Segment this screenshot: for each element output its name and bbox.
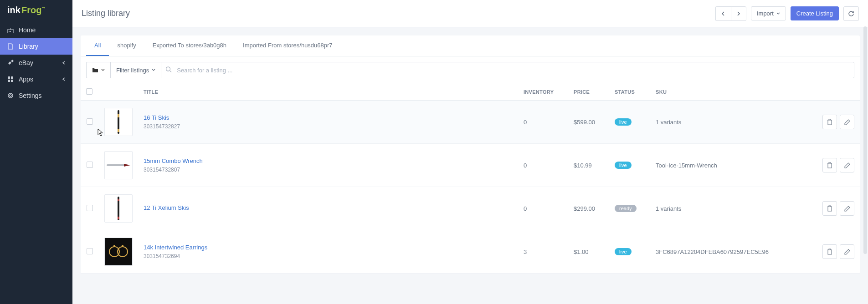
dashboard-icon — [7, 26, 14, 34]
delete-button[interactable] — [822, 201, 837, 216]
scrollbar[interactable] — [863, 26, 867, 304]
sku-cell: 1 variants — [650, 187, 814, 230]
row-checkbox[interactable] — [87, 248, 93, 254]
chevron-left-icon — [62, 59, 66, 66]
import-label: Import — [757, 10, 774, 17]
chevron-right-icon — [737, 11, 740, 16]
status-badge: live — [615, 248, 632, 255]
pencil-icon — [844, 206, 850, 212]
table-row[interactable]: 16 Ti Skis 303154732827 0 $599.00 live 1… — [81, 101, 860, 144]
refresh-icon — [848, 10, 854, 17]
svg-rect-8 — [11, 76, 13, 79]
create-listing-button[interactable]: Create Listing — [791, 6, 839, 20]
trash-icon — [827, 248, 832, 255]
scrollbar-thumb[interactable] — [863, 26, 867, 254]
row-checkbox[interactable] — [87, 162, 93, 168]
col-sku[interactable]: SKU — [650, 84, 814, 101]
listing-title-link[interactable]: 14k Intertwined Earrings — [144, 244, 513, 251]
header: Listing library Import Create Listing — [72, 0, 868, 27]
import-button[interactable]: Import — [751, 6, 786, 20]
table-row[interactable]: 12 Ti Xelium Skis 0 $299.00 ready 1 vari… — [81, 187, 860, 230]
folder-icon — [92, 67, 98, 73]
filter-label: Filter listings — [116, 67, 149, 74]
edit-button[interactable] — [840, 244, 854, 259]
listing-title-link[interactable]: 12 Ti Xelium Skis — [144, 204, 513, 211]
product-thumbnail[interactable] — [104, 151, 133, 179]
listings-table: TITLE INVENTORY PRICE STATUS SKU — [81, 84, 860, 274]
pencil-icon — [844, 162, 850, 168]
svg-rect-15 — [118, 114, 119, 117]
panel: All shopify Exported To stores/3ab0g8h I… — [81, 35, 860, 274]
sidebar: ink Frog Home Library eBay Apps — [0, 0, 72, 304]
chevron-left-icon — [721, 11, 725, 16]
svg-rect-7 — [8, 76, 10, 79]
gear-icon — [7, 92, 14, 99]
filter-listings-button[interactable]: Filter listings — [110, 62, 161, 78]
hammer-icon — [7, 59, 14, 66]
delete-button[interactable] — [822, 244, 837, 259]
sidebar-item-home[interactable]: Home — [0, 22, 72, 38]
logo[interactable]: ink Frog — [0, 0, 72, 22]
trash-icon — [827, 119, 832, 125]
edit-button[interactable] — [840, 158, 854, 172]
tab-exported[interactable]: Exported To stores/3ab0g8h — [144, 35, 235, 56]
row-checkbox[interactable] — [87, 205, 93, 211]
svg-point-13 — [166, 67, 170, 71]
status-badge: live — [615, 162, 632, 169]
price-cell: $599.00 — [568, 101, 609, 144]
product-thumbnail[interactable] — [104, 238, 133, 266]
edit-button[interactable] — [840, 115, 854, 129]
pencil-icon — [844, 119, 850, 125]
status-badge: live — [615, 118, 632, 126]
tab-shopify[interactable]: shopify — [109, 35, 144, 56]
tab-all[interactable]: All — [86, 35, 109, 56]
delete-button[interactable] — [822, 158, 837, 172]
caret-down-icon — [152, 69, 155, 71]
edit-button[interactable] — [840, 201, 854, 216]
trash-icon — [827, 162, 832, 168]
sidebar-item-library[interactable]: Library — [0, 38, 72, 55]
sku-cell: 3FC6897A12204DFEBA60792597EC5E96 — [650, 230, 814, 274]
main: Listing library Import Create Listing — [72, 0, 868, 304]
sidebar-item-settings[interactable]: Settings — [0, 87, 72, 104]
col-inventory[interactable]: INVENTORY — [518, 84, 568, 101]
select-all-checkbox[interactable] — [86, 88, 92, 95]
inventory-cell: 0 — [518, 187, 568, 230]
svg-point-23 — [113, 245, 115, 247]
trash-icon — [827, 205, 832, 212]
delete-button[interactable] — [822, 115, 837, 129]
sidebar-item-label: Home — [19, 26, 36, 34]
next-button[interactable] — [731, 6, 746, 21]
col-price[interactable]: PRICE — [568, 84, 609, 101]
tab-imported[interactable]: Imported From stores/husdu68pr7 — [235, 35, 341, 56]
row-checkbox[interactable] — [87, 118, 93, 125]
sidebar-item-label: Settings — [19, 92, 42, 99]
product-thumbnail[interactable] — [104, 108, 133, 136]
col-title[interactable]: TITLE — [138, 84, 518, 101]
inventory-cell: 0 — [518, 101, 568, 144]
svg-text:ink: ink — [7, 5, 21, 15]
caret-down-icon — [101, 69, 105, 71]
sidebar-item-ebay[interactable]: eBay — [0, 55, 72, 71]
price-cell: $299.00 — [568, 187, 609, 230]
sidebar-item-label: eBay — [19, 59, 33, 66]
svg-point-12 — [10, 95, 11, 96]
folder-button[interactable] — [86, 62, 110, 78]
listing-title-link[interactable]: 15mm Combo Wrench — [144, 157, 513, 164]
prev-button[interactable] — [715, 6, 731, 21]
sku-cell: 1 variants — [650, 101, 814, 144]
listing-title-link[interactable]: 16 Ti Skis — [144, 114, 513, 121]
pager-group — [715, 6, 746, 21]
content: All shopify Exported To stores/3ab0g8h I… — [72, 27, 868, 304]
refresh-button[interactable] — [843, 6, 859, 21]
search-input[interactable] — [161, 62, 854, 78]
price-cell: $10.99 — [568, 144, 609, 187]
sidebar-item-label: Apps — [19, 76, 33, 83]
col-status[interactable]: STATUS — [609, 84, 650, 101]
inventory-cell: 3 — [518, 230, 568, 274]
table-row[interactable]: 15mm Combo Wrench 303154732807 0 $10.99 … — [81, 144, 860, 187]
sidebar-item-apps[interactable]: Apps — [0, 71, 72, 87]
table-row[interactable]: 14k Intertwined Earrings 303154732694 3 … — [81, 230, 860, 274]
product-thumbnail[interactable] — [104, 194, 133, 223]
svg-rect-16 — [118, 129, 119, 132]
